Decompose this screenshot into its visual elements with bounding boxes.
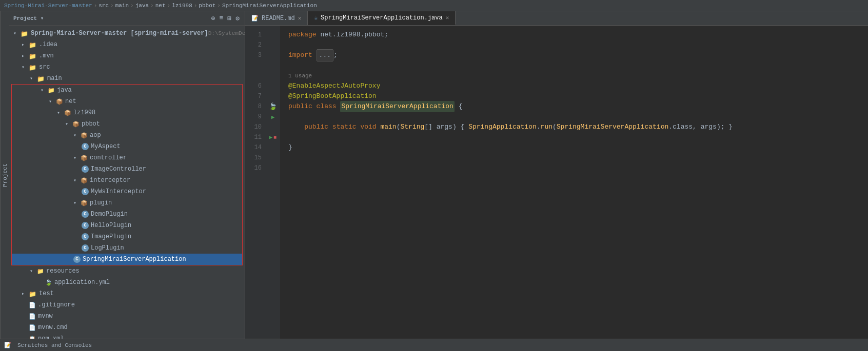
- tree-item-lz1998[interactable]: ▾ 📦 lz1998: [12, 107, 242, 118]
- chevron-down-icon: ▾: [73, 200, 80, 206]
- indent: [288, 122, 304, 132]
- tree-item-src[interactable]: ▾ 📁 src: [9, 61, 245, 73]
- close-brace: }: [288, 142, 292, 153]
- tree-item-pom-xml[interactable]: 📋 pom.xml: [9, 333, 245, 339]
- line-number-15: 15: [245, 153, 266, 163]
- breadcrumb-item-2[interactable]: main: [115, 3, 129, 9]
- locate-icon[interactable]: ⊕: [210, 14, 216, 23]
- breadcrumb-item-6[interactable]: pbbot: [199, 3, 215, 9]
- tree-item-java[interactable]: ▾ 📁 java: [12, 85, 242, 96]
- sources-folder-icon: 📁: [48, 87, 55, 94]
- package-icon: 📦: [72, 121, 80, 128]
- tree-item-demoplugin[interactable]: C DemoPlugin: [12, 209, 242, 220]
- dot-run: .: [537, 122, 541, 132]
- tree-item-gitignore[interactable]: 📄 .gitignore: [9, 299, 245, 311]
- tree-item-plugin[interactable]: ▾ 📦 plugin: [12, 197, 242, 209]
- tab-label: SpringMiraiServerApplication.java: [321, 14, 443, 22]
- code-line-15: }: [288, 142, 860, 153]
- collapse-icon[interactable]: ≡: [219, 14, 225, 23]
- java-class-icon: C: [82, 188, 89, 195]
- java-class-icon: C: [82, 143, 89, 150]
- tree-item-net[interactable]: ▾ 📦 net: [12, 96, 242, 107]
- tab-readme[interactable]: 📝 README.md ✕: [245, 11, 308, 25]
- chevron-down-icon: ▾: [73, 132, 80, 138]
- tab-label: README.md: [262, 15, 295, 22]
- gutter-1: [266, 30, 280, 40]
- item-label: .gitignore: [38, 301, 75, 308]
- chevron-down-icon: ▾: [73, 155, 80, 161]
- sidebar-title: Project ▾: [13, 15, 206, 22]
- item-label: plugin: [90, 199, 112, 207]
- tree-item-interceptor[interactable]: ▾ 📦 interceptor: [12, 175, 242, 186]
- tree-item-root[interactable]: ▾ 📁 Spring-Mirai-Server-master [spring-m…: [9, 28, 245, 39]
- tree-item-logplugin[interactable]: C LogPlugin: [12, 242, 242, 254]
- tab-close-main[interactable]: ✕: [446, 14, 449, 21]
- item-label: mvnw: [38, 313, 53, 320]
- chevron-down-icon: ▾: [65, 121, 71, 127]
- scratches-icon: 📝: [4, 342, 11, 348]
- breadcrumb-item-1[interactable]: src: [98, 3, 109, 9]
- tree-item-test[interactable]: ▸ 📁 test: [9, 288, 245, 299]
- tree-item-idea[interactable]: ▸ 📁 .idea: [9, 39, 245, 50]
- breadcrumb-item-3[interactable]: java: [135, 3, 149, 9]
- run-gutter-9[interactable]: ▶: [266, 112, 280, 122]
- tree-item-myaspect[interactable]: C MyAspect: [12, 141, 242, 152]
- breadcrumb-item-7[interactable]: SpringMiraiServerApplication: [222, 3, 317, 9]
- tree-item-mvn[interactable]: ▸ 📁 .mvn: [9, 50, 245, 61]
- chevron-down-icon: ▾: [73, 177, 80, 183]
- gutter-8: 🍃: [266, 101, 280, 112]
- keyword-package: package: [288, 30, 320, 40]
- run-btn-11[interactable]: ▶: [269, 134, 272, 140]
- java-class-icon: C: [82, 222, 89, 229]
- package-icon: 📦: [81, 177, 88, 184]
- paren-close: ) {: [452, 122, 468, 132]
- array-bracket: []: [424, 122, 436, 132]
- breadcrumb-item-0[interactable]: Spring-Mirai-Server-master: [4, 3, 92, 9]
- tree-item-resources[interactable]: ▾ 📁 resources: [9, 265, 245, 277]
- breakpoint-icon[interactable]: ■: [273, 135, 277, 140]
- tree-item-pbbot[interactable]: ▾ 📦 pbbot: [12, 118, 242, 130]
- tree-item-application-yml[interactable]: 🍃 application.yml: [9, 277, 245, 288]
- line-number-3: 3: [245, 50, 266, 60]
- item-label: pom.xml: [38, 335, 64, 339]
- spring-boot-icon: 🍃: [269, 102, 277, 111]
- usage-label: 1 usage: [288, 71, 312, 81]
- tab-close-readme[interactable]: ✕: [298, 15, 302, 22]
- tree-item-mvnw[interactable]: 📄 mvnw: [9, 311, 245, 322]
- tree-item-main[interactable]: ▾ 📁 main: [9, 73, 245, 84]
- tree-item-controller[interactable]: ▾ 📦 controller: [12, 152, 242, 163]
- settings-icon[interactable]: ⚙: [234, 14, 241, 23]
- breadcrumb-item-4[interactable]: net: [155, 3, 166, 9]
- chevron-down-icon: ▾: [30, 75, 36, 81]
- tab-main-java[interactable]: ☕ SpringMiraiServerApplication.java ✕: [308, 11, 456, 25]
- item-label: ImagePlugin: [91, 233, 131, 240]
- breadcrumb-item-5[interactable]: lz1998: [172, 3, 192, 9]
- item-label: MyAspect: [91, 143, 121, 150]
- run-args-open: (: [553, 122, 557, 132]
- package-icon: 📦: [81, 200, 88, 207]
- tree-item-aop[interactable]: ▾ 📦 aop: [12, 130, 242, 141]
- code-editor: 1 2 3 6 7 8 9 10 11 14 15 16: [245, 26, 868, 339]
- tree-item-helloplugin[interactable]: C HelloPlugin: [12, 220, 242, 231]
- line-number-11: 11: [245, 132, 266, 142]
- package-icon: 📦: [56, 98, 63, 105]
- folder-icon: 📁: [29, 42, 37, 48]
- args-param: args: [437, 122, 452, 132]
- sidebar-toolbar: ⊕ ≡ ⊞ ⚙: [210, 14, 241, 23]
- project-panel-strip[interactable]: Project: [0, 11, 9, 339]
- root-path: D:\SystemDefault\: [208, 30, 245, 36]
- file-icon: 📄: [29, 313, 36, 320]
- keyword-import: import: [288, 50, 317, 60]
- code-content[interactable]: package net.lz1998.pbbot; import ...; 1 …: [280, 26, 868, 339]
- status-bar: 📝 Scratches and Consoles: [0, 339, 868, 351]
- tree-item-mvnw-cmd[interactable]: 📄 mvnw.cmd: [9, 322, 245, 333]
- tree-item-imagecontroller[interactable]: C ImageController: [12, 163, 242, 175]
- kw-class: class: [317, 101, 341, 112]
- filter-icon[interactable]: ⊞: [226, 14, 232, 23]
- tree-item-springmiraiserverapplication[interactable]: C SpringMiraiServerApplication: [12, 254, 242, 265]
- code-line-10: [288, 112, 860, 122]
- tree-item-mywsinterceptor[interactable]: C MyWsInterceptor: [12, 186, 242, 197]
- scratches-label[interactable]: Scratches and Consoles: [17, 342, 92, 348]
- tree-item-imageplugin[interactable]: C ImagePlugin: [12, 231, 242, 242]
- java-class-icon: C: [82, 233, 89, 240]
